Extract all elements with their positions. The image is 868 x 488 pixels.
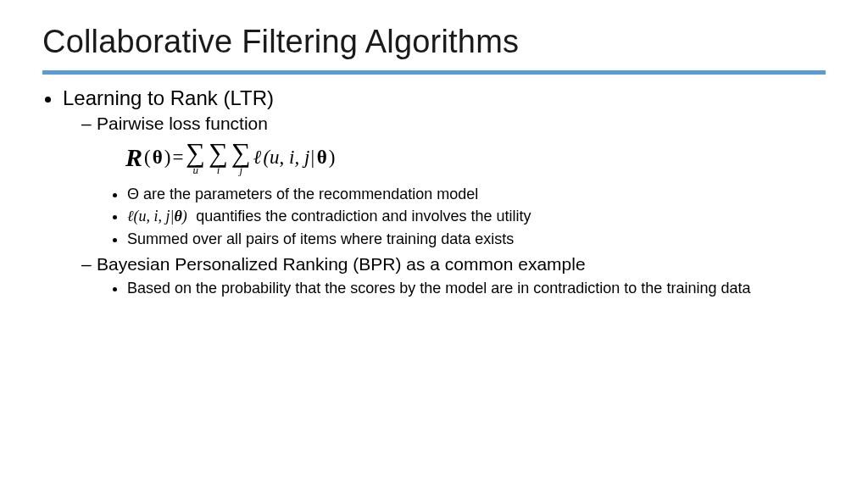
sum-j: ∑ j [231, 139, 251, 175]
formula-eq: = [172, 147, 183, 169]
sigma-icon: ∑ [186, 139, 205, 166]
l1-item-ltr: Learning to Rank (LTR) Pairwise loss fun… [63, 86, 826, 298]
formula-lparen: ( [144, 147, 151, 169]
l2-label-bpr: Bayesian Personalized Ranking (BPR) as a… [97, 254, 586, 274]
l3a-item-ell-text: quantifies the contradiction and involve… [196, 208, 531, 225]
formula-R: R [125, 143, 142, 172]
formula-risk: R ( θ ) = ∑ u ∑ i [125, 139, 826, 175]
l2-label: Pairwise loss function [97, 114, 268, 133]
slide: Collaborative Filtering Algorithms Learn… [0, 0, 868, 488]
formula-rparen: ) [164, 147, 171, 169]
sum-u: ∑ u [186, 139, 205, 175]
sum-i: ∑ i [209, 139, 228, 175]
inline-ell: ℓ [127, 208, 134, 225]
l2-item-bpr: Bayesian Personalized Ranking (BPR) as a… [81, 254, 826, 298]
formula-ell: ℓ [253, 147, 262, 169]
formula-close: ) [329, 147, 336, 169]
bullet-list-level1: Learning to Rank (LTR) Pairwise loss fun… [42, 86, 826, 298]
l2-item-pairwise: Pairwise loss function R ( θ ) = ∑ u ∑ [81, 114, 826, 249]
bullet-list-level3a: Θ are the parameters of the recommendati… [97, 184, 826, 249]
inline-ell-term: ℓ(u, i, j|θ) [127, 208, 196, 225]
sum-sub-j: j [240, 164, 243, 175]
sum-sub-u: u [193, 164, 199, 175]
formula-theta: θ [153, 147, 163, 169]
sum-sub-i: i [217, 164, 220, 175]
sigma-icon: ∑ [231, 139, 251, 166]
bullet-list-level2: Pairwise loss function R ( θ ) = ∑ u ∑ [63, 114, 826, 298]
inline-theta: θ [174, 208, 181, 225]
slide-title: Collaborative Filtering Algorithms [42, 24, 826, 60]
l3a-item-ell: ℓ(u, i, j|θ) quantifies the contradictio… [127, 206, 826, 226]
bullet-list-level3b: Based on the probability that the scores… [97, 278, 826, 298]
sigma-icon: ∑ [209, 139, 228, 166]
title-divider [42, 70, 826, 75]
l3a-item-params: Θ are the parameters of the recommendati… [127, 184, 826, 204]
formula-args: (u, i, j| [263, 147, 314, 169]
formula-theta2: θ [317, 147, 327, 169]
l1-item-label: Learning to Rank (LTR) [63, 86, 274, 109]
l3b-item-prob: Based on the probability that the scores… [127, 278, 826, 298]
l3a-item-summed: Summed over all pairs of items where tra… [127, 229, 826, 249]
